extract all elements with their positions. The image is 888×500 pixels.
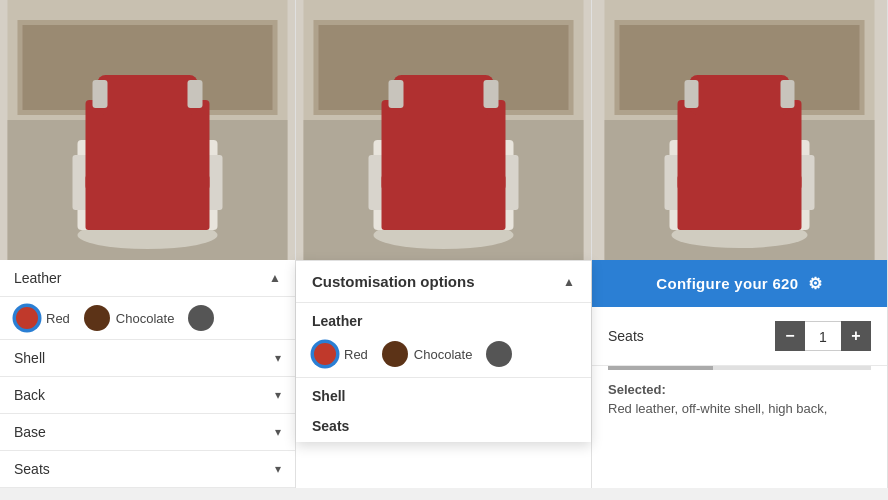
svg-rect-12 <box>188 80 203 108</box>
overlay-swatch-chocolate[interactable]: Chocolate <box>382 341 473 367</box>
configure-button[interactable]: Configure your 620 ⚙ <box>592 260 887 307</box>
selected-title: Selected: <box>608 382 871 397</box>
panel-options-1: Leather ▲ Red Chocolate Shell ▾ Back ▾ <box>0 260 295 488</box>
svg-rect-24 <box>389 80 404 108</box>
overlay-swatch-dark[interactable] <box>486 341 512 367</box>
seats-row: Seats − 1 + <box>592 307 887 366</box>
configure-label: Configure your 620 <box>656 275 798 292</box>
swatch-chocolate[interactable]: Chocolate <box>84 305 175 331</box>
leather-option[interactable]: Leather ▲ <box>0 260 295 297</box>
customisation-overlay: Customisation options ▲ Leather Red Choc… <box>296 260 591 442</box>
red-swatch-circle[interactable] <box>14 305 40 331</box>
overlay-chocolate-label: Chocolate <box>414 347 473 362</box>
chocolate-swatch-circle[interactable] <box>84 305 110 331</box>
shell-chevron: ▾ <box>275 351 281 365</box>
back-label: Back <box>14 387 45 403</box>
swatch-red[interactable]: Red <box>14 305 70 331</box>
svg-rect-10 <box>98 75 198 115</box>
seats-counter: − 1 + <box>775 321 871 351</box>
chair-image-1 <box>0 0 295 260</box>
svg-rect-11 <box>93 80 108 108</box>
overlay-red-circle[interactable] <box>312 341 338 367</box>
overlay-seats-row: Seats <box>296 410 591 442</box>
column-2: Customisation options ▲ Leather Red Choc… <box>296 0 592 488</box>
chocolate-label: Chocolate <box>116 311 175 326</box>
column-1: Leather ▲ Red Chocolate Shell ▾ Back ▾ <box>0 0 296 488</box>
selected-info: Selected: Red leather, off-white shell, … <box>592 370 887 428</box>
overlay-leather-label: Leather <box>296 303 591 335</box>
dark-swatch-circle[interactable] <box>188 305 214 331</box>
chair-image-3 <box>592 0 887 260</box>
base-label: Base <box>14 424 46 440</box>
overlay-seats-label: Seats <box>312 418 349 434</box>
selected-desc: Red leather, off-white shell, high back, <box>608 401 871 416</box>
leather-swatches: Red Chocolate <box>0 297 295 340</box>
overlay-dark-circle[interactable] <box>486 341 512 367</box>
overlay-title: Customisation options <box>312 273 475 290</box>
shell-label: Shell <box>14 350 45 366</box>
overlay-shell-label: Shell <box>296 378 591 410</box>
overlay-swatches: Red Chocolate <box>296 335 591 378</box>
back-chevron: ▾ <box>275 388 281 402</box>
gear-icon: ⚙ <box>808 274 822 293</box>
increment-button[interactable]: + <box>841 321 871 351</box>
overlay-header[interactable]: Customisation options ▲ <box>296 261 591 303</box>
seats-option[interactable]: Seats ▾ <box>0 451 295 488</box>
back-option[interactable]: Back ▾ <box>0 377 295 414</box>
overlay-red-label: Red <box>344 347 368 362</box>
overlay-chevron: ▲ <box>563 275 575 289</box>
svg-rect-37 <box>685 80 699 108</box>
seats-label: Seats <box>14 461 50 477</box>
base-chevron: ▾ <box>275 425 281 439</box>
svg-rect-36 <box>690 75 790 115</box>
base-option[interactable]: Base ▾ <box>0 414 295 451</box>
decrement-button[interactable]: − <box>775 321 805 351</box>
leather-label: Leather <box>14 270 61 286</box>
shell-option[interactable]: Shell ▾ <box>0 340 295 377</box>
counter-value: 1 <box>805 321 841 351</box>
svg-rect-23 <box>394 75 494 115</box>
svg-rect-38 <box>781 80 795 108</box>
column-3: Configure your 620 ⚙ Seats − 1 + Selecte… <box>592 0 888 488</box>
seats-label: Seats <box>608 328 644 344</box>
red-label: Red <box>46 311 70 326</box>
leather-chevron: ▲ <box>269 271 281 285</box>
overlay-chocolate-circle[interactable] <box>382 341 408 367</box>
seats-chevron: ▾ <box>275 462 281 476</box>
chair-image-2 <box>296 0 591 260</box>
swatch-dark[interactable] <box>188 305 214 331</box>
overlay-swatch-red[interactable]: Red <box>312 341 368 367</box>
svg-rect-25 <box>484 80 499 108</box>
